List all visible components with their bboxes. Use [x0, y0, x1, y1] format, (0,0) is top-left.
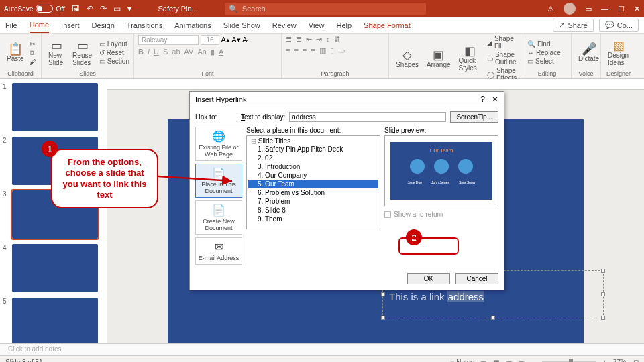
- cut-icon[interactable]: ✂: [30, 40, 36, 48]
- tab-transitions[interactable]: Transitions: [127, 19, 162, 32]
- copy-icon[interactable]: ⧉: [30, 49, 36, 57]
- redo-icon[interactable]: ↷: [100, 4, 107, 13]
- notes-pane[interactable]: Click to add notes: [0, 343, 644, 355]
- tab-home[interactable]: Home: [30, 18, 49, 33]
- columns-icon[interactable]: ▥: [319, 46, 326, 55]
- maximize-icon[interactable]: ☐: [618, 5, 625, 13]
- paste-button[interactable]: 📋Paste: [4, 42, 27, 64]
- dictate-button[interactable]: 🎤Dictate: [576, 42, 602, 64]
- tree-slide-3[interactable]: 3. Introduction: [248, 162, 378, 171]
- increase-font-icon[interactable]: A▴: [221, 36, 230, 44]
- quick-styles-button[interactable]: ◧Quick Styles: [456, 44, 484, 73]
- tab-shape-format[interactable]: Shape Format: [364, 19, 411, 32]
- tab-insert[interactable]: Insert: [61, 19, 80, 32]
- underline-icon[interactable]: U: [154, 48, 159, 56]
- tree-slide-9[interactable]: 9. Them: [248, 215, 378, 223]
- layout-button[interactable]: ▭ Layout: [99, 40, 129, 48]
- font-family-combo[interactable]: Raleway: [138, 35, 199, 45]
- comments-button[interactable]: 💬Co...: [599, 19, 639, 32]
- tree-slide-4[interactable]: 4. Our Company: [248, 171, 378, 180]
- qat-more-icon[interactable]: ▾: [127, 4, 131, 13]
- sorter-view-icon[interactable]: ▦: [493, 359, 499, 362]
- font-size-combo[interactable]: 16: [201, 35, 219, 45]
- notes-button[interactable]: ≡ Notes: [451, 359, 474, 362]
- select-button[interactable]: ▭ Select: [527, 58, 561, 65]
- align-center-icon[interactable]: ≡: [294, 46, 298, 55]
- tab-design[interactable]: Design: [92, 19, 115, 32]
- reading-view-icon[interactable]: ▭: [506, 359, 512, 362]
- thumbnail-4[interactable]: 4: [3, 244, 104, 292]
- indent-right-icon[interactable]: ⇥: [316, 35, 322, 44]
- normal-view-icon[interactable]: ▭: [480, 359, 486, 362]
- thumbnail-1[interactable]: 1: [3, 83, 104, 131]
- share-button[interactable]: ↗Share: [553, 19, 593, 32]
- cancel-button[interactable]: Cancel: [455, 273, 498, 284]
- tree-root-item[interactable]: ⊟ Slide Titles: [248, 137, 378, 145]
- clear-format-icon[interactable]: A̶: [242, 36, 248, 44]
- align-text-icon[interactable]: ▯: [330, 46, 334, 55]
- undo-icon[interactable]: ↶: [87, 4, 93, 13]
- bullets-icon[interactable]: ≣: [286, 35, 292, 44]
- shape-outline-button[interactable]: ▭ Shape Outline: [487, 51, 519, 66]
- account-icon[interactable]: [564, 3, 576, 15]
- linkto-createnew[interactable]: 📄Create New Document: [195, 200, 242, 235]
- slideshow-view-icon[interactable]: ▭: [519, 359, 525, 362]
- strike-icon[interactable]: S: [163, 48, 168, 56]
- thumbnail-5[interactable]: 5: [3, 298, 104, 343]
- new-slide-button[interactable]: ▭New Slide: [46, 38, 67, 68]
- bold-icon[interactable]: B: [138, 48, 144, 56]
- shapes-button[interactable]: ◇Shapes: [393, 48, 421, 70]
- dialog-title-bar[interactable]: Insert Hyperlink ? ✕: [190, 92, 504, 107]
- tab-slideshow[interactable]: Slide Show: [223, 19, 260, 32]
- autosave-toggle[interactable]: AutoSave Off: [4, 5, 65, 13]
- search-box[interactable]: 🔍: [225, 3, 426, 15]
- tree-slide-5[interactable]: 5. Our Team: [248, 180, 378, 188]
- linkto-email[interactable]: ✉E-mail Address: [195, 237, 242, 265]
- slide-thumbnail-pane[interactable]: 1 2 3 4 5 6: [0, 79, 107, 343]
- close-icon[interactable]: ✕: [634, 5, 640, 13]
- tree-slide-2[interactable]: 2. 02: [248, 154, 378, 162]
- save-icon[interactable]: 🖫: [72, 4, 80, 13]
- search-input[interactable]: [242, 5, 422, 13]
- arrange-button[interactable]: ▣Arrange: [424, 48, 453, 70]
- italic-icon[interactable]: I: [148, 48, 150, 56]
- start-slideshow-icon[interactable]: ▭: [113, 4, 121, 13]
- tab-file[interactable]: File: [5, 19, 17, 32]
- zoom-out-icon[interactable]: −: [531, 359, 535, 362]
- screentip-button[interactable]: ScreenTip...: [450, 111, 498, 123]
- tab-view[interactable]: View: [309, 19, 325, 32]
- align-right-icon[interactable]: ≡: [303, 46, 307, 55]
- section-button[interactable]: ▭ Section: [99, 58, 129, 65]
- tab-help[interactable]: Help: [336, 19, 352, 32]
- reuse-slides-button[interactable]: ▭Reuse Slides: [70, 38, 97, 68]
- smartart-icon[interactable]: ▭: [338, 46, 345, 55]
- find-button[interactable]: 🔍 Find: [527, 40, 561, 48]
- tree-slide-7[interactable]: 7. Problem: [248, 197, 378, 206]
- dialog-close-icon[interactable]: ✕: [492, 95, 498, 104]
- indent-left-icon[interactable]: ⇤: [306, 35, 312, 44]
- justify-icon[interactable]: ≡: [311, 46, 315, 55]
- autosave-switch-icon[interactable]: [36, 5, 53, 13]
- font-color-icon[interactable]: A: [219, 48, 223, 56]
- spacing-icon[interactable]: AV: [184, 48, 194, 56]
- tree-slide-8[interactable]: 8. Slide 8: [248, 206, 378, 215]
- tree-slide-1[interactable]: 1. Safety Pin App Pitch Deck: [248, 145, 378, 154]
- line-spacing-icon[interactable]: ↕: [326, 35, 330, 44]
- dialog-help-icon[interactable]: ?: [480, 95, 485, 104]
- linkto-place[interactable]: 📄Place in This Document: [195, 164, 242, 198]
- text-to-display-input[interactable]: [289, 112, 446, 122]
- linkto-existing[interactable]: 🌐Existing File or Web Page: [195, 127, 242, 161]
- fit-to-window-icon[interactable]: ⊡: [633, 359, 639, 362]
- text-direction-icon[interactable]: ⇵: [334, 35, 340, 44]
- tab-review[interactable]: Review: [272, 19, 297, 32]
- numbering-icon[interactable]: ≣: [296, 35, 302, 44]
- slide-tree[interactable]: ⊟ Slide Titles 1. Safety Pin App Pitch D…: [246, 135, 380, 229]
- shadow-icon[interactable]: ab: [172, 48, 180, 56]
- ribbon-display-icon[interactable]: ▭: [585, 5, 592, 13]
- ok-button[interactable]: OK: [407, 273, 450, 284]
- format-painter-icon[interactable]: 🖌: [30, 58, 36, 66]
- warning-icon[interactable]: ⚠: [547, 5, 554, 13]
- tab-animations[interactable]: Animations: [174, 19, 211, 32]
- decrease-font-icon[interactable]: A▾: [231, 36, 240, 44]
- align-left-icon[interactable]: ≡: [286, 46, 290, 55]
